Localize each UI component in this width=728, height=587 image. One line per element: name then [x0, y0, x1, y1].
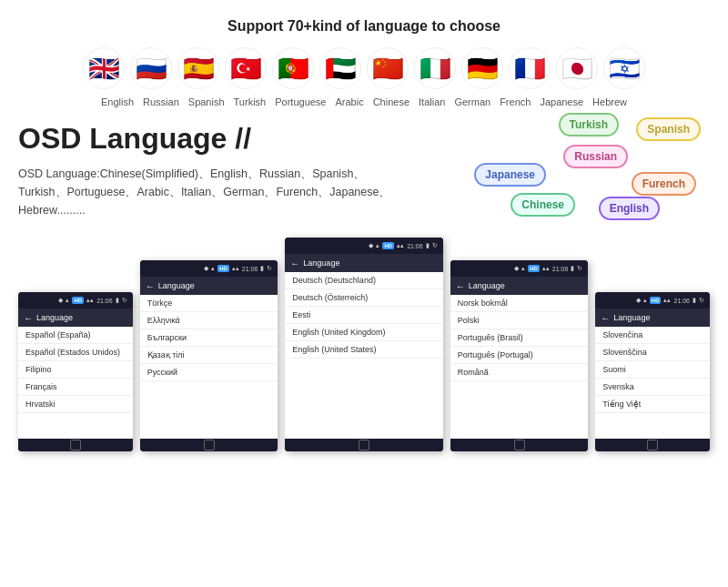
home-button[interactable] — [647, 440, 658, 450]
screen-content-4: Norsk bokmålPolskiPortuguês (Brasil)Port… — [450, 295, 589, 439]
list-item[interactable]: English (United Kingdom) — [285, 324, 442, 341]
bluetooth-icon: ◆ — [636, 297, 641, 304]
battery-icon: ▮ — [693, 297, 696, 304]
list-item[interactable]: Español (España) — [18, 327, 133, 344]
back-arrow[interactable]: ← — [456, 281, 465, 291]
flag-spanish: 🇪🇸 — [177, 47, 219, 89]
battery-icon: ▮ — [116, 297, 119, 304]
list-item[interactable]: Svenska — [595, 379, 710, 396]
list-item[interactable]: Română — [450, 364, 589, 381]
battery-icon: ▮ — [260, 265, 264, 272]
navbar-3: ← Language — [285, 254, 442, 272]
screen-content-1: Español (España)Español (Estados Unidos)… — [18, 327, 133, 439]
flag-portuguese: 🇵🇹 — [272, 47, 314, 89]
list-item[interactable]: Français — [18, 379, 133, 396]
screen-content-2: TürkçeΕλληνικάБългарскиҚазақ тіліРусский — [140, 295, 278, 439]
list-item[interactable]: Eesti — [285, 307, 442, 324]
lang-label-chinese: Chinese — [373, 96, 410, 107]
nav-title-1: Language — [36, 313, 73, 322]
list-item[interactable]: Deutsch (Österreich) — [285, 289, 442, 307]
home-button[interactable] — [70, 440, 81, 450]
lang-label-portuguese: Portuguese — [275, 96, 326, 107]
status-time: 21:06 — [673, 298, 690, 304]
flag-english: 🇬🇧 — [83, 47, 125, 89]
page-title: Support 70+kind of language to choose — [18, 18, 710, 35]
back-arrow[interactable]: ← — [290, 258, 299, 268]
status-time: 21:06 — [242, 266, 258, 272]
list-item[interactable]: Қазақ тілі — [140, 347, 278, 364]
flag-french: 🇫🇷 — [509, 47, 551, 89]
status-time: 21:06 — [407, 243, 423, 249]
signal-icon: ▴ — [376, 242, 379, 249]
lang-labels: EnglishRussianSpanishTurkishPortugueseAr… — [18, 96, 710, 107]
list-item[interactable]: Ελληνικά — [140, 312, 278, 329]
home-indicator-4 — [450, 439, 589, 451]
list-item[interactable]: Español (Estados Unidos) — [18, 344, 133, 361]
list-item[interactable]: Slovenčina — [595, 327, 710, 344]
navbar-4: ← Language — [450, 277, 589, 295]
list-item[interactable]: Deutsch (Deutschland) — [285, 272, 442, 289]
signal-icon: ▴ — [643, 297, 647, 304]
list-item[interactable]: Polski — [450, 312, 589, 329]
battery-icon: ▮ — [426, 242, 430, 249]
signal-icon: ▴ — [211, 265, 215, 272]
bubble-english: English — [599, 197, 660, 220]
flag-russian: 🇷🇺 — [130, 47, 172, 89]
lang-label-hebrew: Hebrew — [592, 96, 627, 107]
status-time: 21:06 — [552, 266, 569, 272]
nav-title-2: Language — [158, 281, 195, 290]
osd-title: OSD Language // — [18, 122, 399, 156]
list-item[interactable]: Русский — [140, 364, 278, 381]
back-arrow[interactable]: ← — [24, 313, 33, 323]
osd-section: OSD Language // OSD Language:Chinese(Sim… — [18, 122, 710, 219]
nav-title-4: Language — [469, 281, 505, 290]
list-item[interactable]: Slovenščina — [595, 344, 710, 361]
lang-label-russian: Russian — [143, 96, 179, 107]
status-time: 21:06 — [96, 298, 113, 304]
home-button[interactable] — [359, 440, 369, 450]
back-icon: ↻ — [699, 297, 704, 304]
back-arrow[interactable]: ← — [146, 281, 155, 291]
list-item[interactable]: Filipino — [18, 361, 133, 379]
phone-screen-1: ◆ ▴ HD ▴▴ 21:06 ▮ ↻ ← Language Español (… — [18, 292, 133, 451]
screenshots-row: ◆ ▴ HD ▴▴ 21:06 ▮ ↻ ← Language Español (… — [18, 238, 710, 451]
home-indicator-5 — [595, 439, 710, 451]
lang-label-german: German — [454, 96, 490, 107]
hd-badge: HD — [72, 297, 84, 304]
signal-icon: ▴ — [66, 297, 69, 304]
list-item[interactable]: Türkçe — [140, 295, 278, 312]
lang-label-italian: Italian — [419, 96, 445, 107]
status-bar-4: ◆ ▴ HD ▴▴ 21:06 ▮ ↻ — [450, 260, 589, 277]
hd-badge: HD — [528, 265, 540, 272]
bubble-japanese: Japanese — [474, 163, 546, 187]
phone-screen-2: ◆ ▴ HD ▴▴ 21:06 ▮ ↻ ← Language TürkçeΕλλ… — [140, 260, 278, 451]
home-indicator-3 — [285, 439, 442, 451]
lang-label-japanese: Japanese — [540, 96, 583, 107]
list-item[interactable]: Tiếng Việt — [595, 396, 710, 413]
flag-turkish: 🇹🇷 — [225, 47, 267, 89]
back-icon: ↻ — [122, 297, 127, 304]
list-item[interactable]: Norsk bokmål — [450, 295, 589, 312]
list-item[interactable]: Suomi — [595, 361, 710, 379]
list-item[interactable]: Português (Brasil) — [450, 329, 589, 347]
status-bar-1: ◆ ▴ HD ▴▴ 21:06 ▮ ↻ — [18, 292, 133, 309]
list-item[interactable]: Български — [140, 329, 278, 347]
navbar-1: ← Language — [18, 309, 133, 327]
list-item[interactable]: English (United States) — [285, 341, 442, 359]
list-item[interactable]: Português (Portugal) — [450, 347, 589, 364]
home-indicator-1 — [18, 439, 133, 451]
wifi-icon: ▴▴ — [397, 242, 404, 249]
back-icon: ↻ — [432, 242, 438, 249]
back-arrow[interactable]: ← — [601, 313, 610, 323]
bubble-cloud: Turkish Spanish Russian Japanese Furench… — [455, 113, 710, 231]
bluetooth-icon: ◆ — [204, 265, 208, 272]
flag-chinese: 🇨🇳 — [367, 47, 409, 89]
home-button[interactable] — [204, 440, 215, 450]
osd-description: OSD Language:Chinese(Simplified)、English… — [18, 165, 399, 219]
flag-arabic: 🇦🇪 — [319, 47, 361, 89]
home-button[interactable] — [514, 440, 525, 450]
navbar-2: ← Language — [140, 277, 278, 295]
back-icon: ↻ — [577, 265, 582, 272]
main-container: Support 70+kind of language to choose 🇬🇧… — [0, 0, 728, 587]
list-item[interactable]: Hrvatski — [18, 396, 133, 413]
